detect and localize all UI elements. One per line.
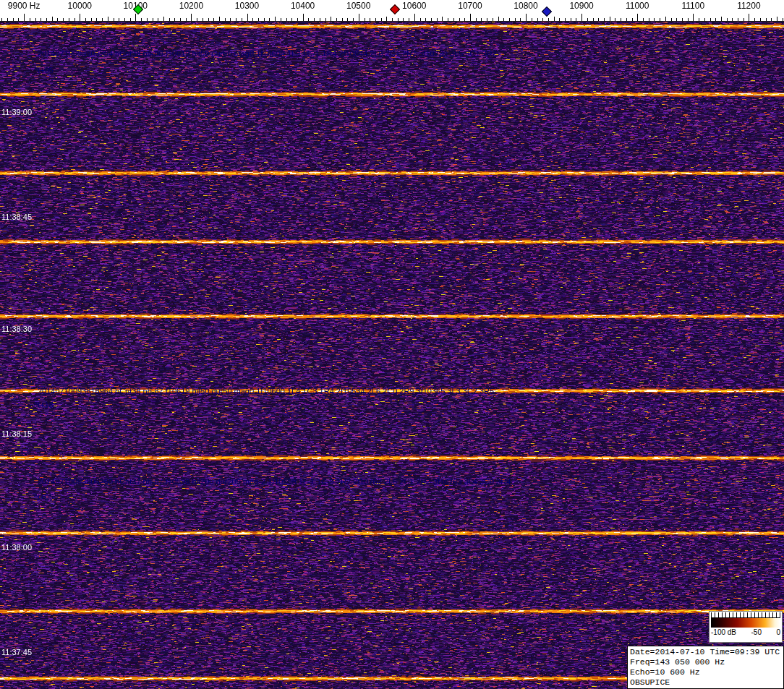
ruler-tick xyxy=(375,18,376,21)
spectrogram-canvas[interactable] xyxy=(0,22,784,689)
ruler-tick xyxy=(509,18,510,21)
time-label: 11:38:15 xyxy=(1,429,32,438)
frequency-tick-label: 10700 xyxy=(458,1,482,11)
ruler-tick xyxy=(660,18,660,21)
ruler-tick xyxy=(721,17,722,21)
ruler-tick xyxy=(771,18,772,21)
ruler-tick xyxy=(252,18,253,21)
ruler-tick xyxy=(542,18,543,21)
ruler-tick xyxy=(548,18,549,21)
frequency-tick-label: 11100 xyxy=(682,1,705,11)
ruler-tick xyxy=(180,18,181,21)
frequency-tick-label: 10500 xyxy=(346,1,370,11)
ruler-tick xyxy=(704,18,705,21)
frequency-tick-label: 10600 xyxy=(402,1,426,11)
ruler-tick xyxy=(766,18,767,21)
ruler-tick xyxy=(559,18,560,21)
ruler-tick xyxy=(554,17,555,21)
frequency-tick-label: 9900 Hz xyxy=(8,1,41,11)
info-frequency: Freq=143 050 000 Hz xyxy=(630,657,781,667)
ruler-tick xyxy=(414,14,415,21)
ruler-tick xyxy=(325,18,326,21)
ruler-tick xyxy=(610,17,610,21)
ruler-tick xyxy=(230,18,231,21)
colorscale-label-mid: -50 xyxy=(751,628,762,636)
ruler-tick xyxy=(682,18,683,21)
ruler-tick xyxy=(587,18,588,21)
ruler-tick xyxy=(448,18,448,21)
ruler-tick xyxy=(336,18,337,21)
ruler-tick xyxy=(749,14,749,21)
time-label: 11:37:45 xyxy=(1,648,32,656)
colorscale-label-min: -100 dB xyxy=(711,628,736,636)
ruler-tick xyxy=(30,18,30,21)
ruler-tick xyxy=(654,18,655,21)
ruler-tick xyxy=(258,18,259,21)
ruler-tick xyxy=(581,14,582,21)
ruler-tick xyxy=(353,18,354,21)
ruler-tick xyxy=(637,14,638,21)
spectrogram-screen: 9900 Hz100001010010200103001040010500106… xyxy=(0,0,784,689)
frequency-tick-label: 10800 xyxy=(514,1,537,11)
ruler-tick xyxy=(108,17,108,21)
ruler-tick xyxy=(760,18,761,21)
ruler-tick xyxy=(370,18,370,21)
ruler-tick xyxy=(493,18,493,21)
ruler-tick xyxy=(365,18,365,21)
ruler-tick xyxy=(247,14,248,21)
ruler-tick xyxy=(503,18,504,21)
ruler-tick xyxy=(147,18,148,21)
ruler-tick xyxy=(57,18,58,21)
ruler-tick xyxy=(537,18,538,21)
ruler-tick xyxy=(431,18,432,21)
ruler-tick xyxy=(693,14,694,21)
ruler-tick xyxy=(615,18,615,21)
ruler-tick xyxy=(269,18,270,21)
ruler-tick xyxy=(777,17,777,21)
ruler-tick xyxy=(699,18,699,21)
ruler-tick xyxy=(158,18,158,21)
ruler-tick xyxy=(46,18,47,21)
ruler-tick xyxy=(286,18,287,21)
event-annotation: ^t+18 xyxy=(34,401,54,409)
ruler-tick xyxy=(783,18,783,21)
ruler-tick xyxy=(63,18,64,21)
ruler-tick xyxy=(515,18,516,21)
ruler-tick xyxy=(74,18,75,21)
ruler-tick xyxy=(225,18,226,21)
frequency-tick-label: 10900 xyxy=(569,1,593,11)
ruler-tick xyxy=(643,18,644,21)
ruler-tick xyxy=(18,18,19,21)
ruler-tick xyxy=(520,18,521,21)
event-annotation: 20140710093806260 hCnt37 nb-87 f10598 hi… xyxy=(38,477,511,486)
ruler-tick xyxy=(710,18,711,21)
frequency-tick-label: 10300 xyxy=(235,1,259,11)
colorscale-label-max: 0 xyxy=(776,628,780,636)
ruler-tick xyxy=(169,18,170,21)
colorscale-labels: -100 dB -50 0 xyxy=(710,628,782,636)
frequency-tick-label: 10400 xyxy=(291,1,315,11)
ruler-tick xyxy=(141,18,142,21)
red-marker-icon[interactable] xyxy=(390,4,400,14)
frequency-tick-label: 11000 xyxy=(626,1,649,11)
ruler-tick xyxy=(598,18,599,21)
ruler-tick xyxy=(130,18,131,21)
ruler-tick xyxy=(96,18,97,21)
ruler-tick xyxy=(69,18,69,21)
colorscale-ticks xyxy=(711,612,780,618)
ruler-tick xyxy=(526,14,527,21)
frequency-tick-label: 10200 xyxy=(179,1,203,11)
ruler-tick xyxy=(35,18,36,21)
ruler-tick xyxy=(41,18,41,21)
ruler-tick xyxy=(213,18,214,21)
ruler-tick xyxy=(409,18,409,21)
ruler-tick xyxy=(1,18,2,21)
ruler-tick xyxy=(571,18,571,21)
ruler-tick xyxy=(743,18,744,21)
ruler-tick xyxy=(275,17,276,21)
ruler-tick xyxy=(186,18,187,21)
ruler-tick xyxy=(291,18,292,21)
info-echo: Echo=10 600 Hz xyxy=(630,667,781,677)
ruler-tick xyxy=(331,17,331,21)
blue-marker-icon[interactable] xyxy=(542,7,552,17)
